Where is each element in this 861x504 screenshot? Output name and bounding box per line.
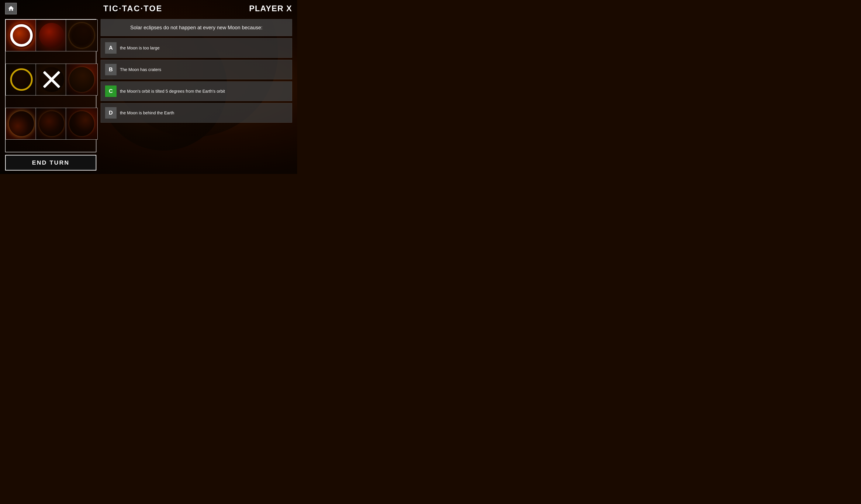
- answer-text-c: the Moon's orbit is tilted 5 degrees fro…: [120, 88, 288, 94]
- answer-text-a: the Moon is too large: [120, 45, 288, 51]
- answer-text-d: the Moon is behind the Earth: [120, 110, 288, 116]
- board-cell-6[interactable]: [66, 64, 98, 96]
- eclipse-planet-6: [69, 67, 94, 92]
- eclipse-planet-9: [69, 111, 94, 136]
- home-icon: [8, 5, 14, 12]
- cell-bg-3: [66, 20, 97, 51]
- cell-bg-6: [66, 64, 97, 95]
- board-cell-3[interactable]: [66, 19, 98, 51]
- answer-option-d[interactable]: D the Moon is behind the Earth: [100, 103, 292, 123]
- marker-o-1: [10, 24, 33, 47]
- cell-bg-2: [36, 20, 67, 51]
- board-cell-8[interactable]: [36, 108, 68, 140]
- answer-letter-a: A: [105, 42, 117, 54]
- answer-letter-b: B: [105, 64, 117, 75]
- right-panel: Solar eclipses do not happen at every ne…: [100, 19, 292, 170]
- end-turn-button[interactable]: END TURN: [5, 155, 96, 170]
- cell-bg-7: [6, 108, 37, 139]
- header: TIC·TAC·TOE PLAYER X: [0, 0, 297, 17]
- board-cell-4[interactable]: [5, 64, 37, 96]
- answer-option-c[interactable]: C the Moon's orbit is tilted 5 degrees f…: [100, 82, 292, 101]
- eclipse-planet-3: [69, 23, 94, 48]
- marker-x-5: [41, 69, 63, 90]
- eclipse-planet-7: [9, 111, 34, 136]
- board-cell-2[interactable]: [36, 19, 68, 51]
- answer-option-b[interactable]: B The Moon has craters: [100, 60, 292, 79]
- main-content: END TURN Solar eclipses do not happen at…: [0, 17, 297, 174]
- player-indicator: PLAYER X: [249, 4, 292, 13]
- answer-letter-c: C: [105, 85, 117, 97]
- board-cell-1[interactable]: [5, 19, 37, 51]
- cell-bg-8: [36, 108, 67, 139]
- cell-bg-9: [66, 108, 97, 139]
- eclipse-planet-8: [39, 111, 64, 136]
- answer-option-a[interactable]: A the Moon is too large: [100, 38, 292, 58]
- board-cell-5[interactable]: [36, 64, 68, 96]
- answer-text-b: The Moon has craters: [120, 67, 288, 72]
- answer-letter-d: D: [105, 107, 117, 118]
- game-title: TIC·TAC·TOE: [104, 4, 163, 13]
- eclipse-planet-2: [39, 23, 64, 48]
- question-text: Solar eclipses do not happen at every ne…: [130, 25, 262, 30]
- tic-tac-toe-board: [5, 19, 96, 152]
- board-cell-7[interactable]: [5, 108, 37, 140]
- left-panel: END TURN: [5, 19, 96, 170]
- question-box: Solar eclipses do not happen at every ne…: [100, 19, 292, 36]
- marker-o-gold-4: [10, 68, 33, 91]
- board-cell-9[interactable]: [66, 108, 98, 140]
- home-button[interactable]: [5, 3, 17, 14]
